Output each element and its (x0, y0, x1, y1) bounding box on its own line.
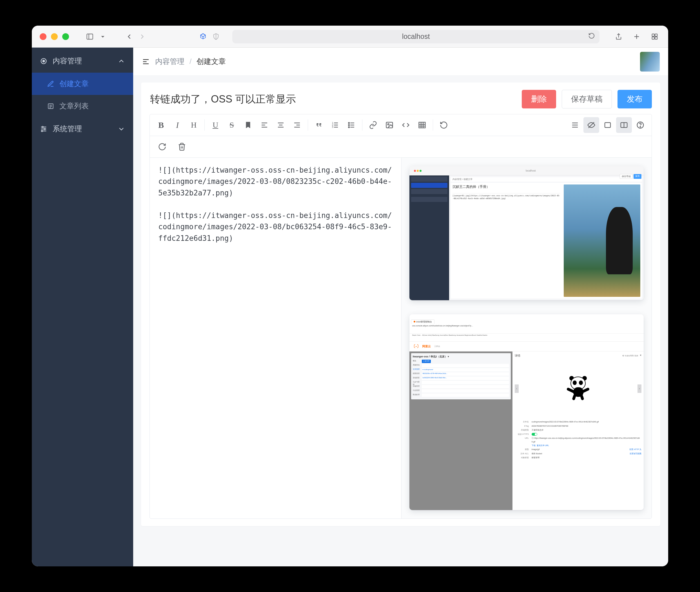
minimize-window-button[interactable] (51, 33, 58, 40)
svg-point-19 (44, 128, 45, 130)
sidebar-item-label: 创建文章 (59, 79, 89, 89)
thumb1-address: localhost (526, 169, 536, 172)
undo-button[interactable] (436, 117, 452, 133)
new-tab-button[interactable] (631, 31, 642, 42)
breadcrumb-root[interactable]: 内容管理 (155, 57, 185, 66)
svg-rect-7 (652, 37, 654, 39)
forward-button[interactable] (137, 31, 148, 42)
svg-point-44 (348, 127, 349, 128)
sidebar-section-label: 系统管理 (53, 124, 82, 134)
align-left-button[interactable] (256, 117, 272, 133)
markdown-editor: B I H U S 123 (150, 114, 652, 519)
chevron-up-icon (117, 57, 125, 65)
svg-point-10 (43, 60, 45, 62)
heading-button[interactable]: H (186, 117, 202, 133)
trash-button[interactable] (174, 139, 190, 155)
help-button[interactable] (633, 117, 648, 133)
link-button[interactable] (365, 117, 381, 133)
address-bar[interactable]: localhost (232, 30, 599, 43)
save-draft-button[interactable]: 保存草稿 (562, 90, 612, 108)
browser-titlebar: localhost (32, 26, 668, 48)
app-sidebar: 内容管理 创建文章 文章列表 系统管理 (32, 48, 133, 566)
topbar: 内容管理 / 创建文章 (133, 48, 668, 76)
thumb1-code: [iwanger01.jpg](https://itwanger-oss.oss… (452, 195, 560, 200)
editor-toolbar: B I H U S 123 (150, 114, 652, 136)
sidebar-section-content[interactable]: 内容管理 (32, 49, 133, 73)
toc-button[interactable] (567, 117, 583, 133)
quote-button[interactable] (311, 117, 327, 133)
redo-button[interactable] (154, 139, 170, 155)
table-button[interactable] (414, 117, 430, 133)
align-right-button[interactable] (289, 117, 305, 133)
bold-button[interactable]: B (153, 117, 169, 133)
sidebar-item-post-list[interactable]: 文章列表 (32, 95, 133, 117)
privacy-shield-icon[interactable] (210, 31, 221, 42)
thumb1-title: 沉默王二真的帅（手滑） (452, 185, 560, 189)
svg-rect-6 (655, 34, 657, 36)
bookmark-button[interactable] (240, 117, 256, 133)
traffic-lights (40, 33, 69, 40)
app-window: localhost 内容管理 (32, 26, 668, 566)
share-button[interactable] (613, 31, 624, 42)
code-button[interactable] (398, 117, 414, 133)
main-area: 内容管理 / 创建文章 删除 保存草稿 发布 B (133, 48, 668, 566)
svg-point-60 (640, 127, 641, 127)
close-window-button[interactable] (40, 33, 46, 40)
underline-button[interactable]: U (207, 117, 223, 133)
svg-rect-47 (419, 122, 426, 128)
list-icon (47, 102, 54, 110)
svg-text:3: 3 (332, 126, 333, 129)
svg-point-20 (41, 130, 43, 132)
sidebar-section-label: 内容管理 (53, 56, 82, 66)
split-view-button[interactable] (616, 117, 632, 133)
address-text: localhost (402, 33, 430, 41)
svg-rect-56 (605, 122, 610, 128)
svg-rect-0 (87, 34, 93, 39)
post-title-input[interactable] (150, 91, 516, 107)
strike-button[interactable]: S (224, 117, 240, 133)
breadcrumb: 内容管理 / 创建文章 (142, 57, 226, 66)
sidebar-toggle-button[interactable] (84, 31, 95, 42)
reload-button[interactable] (588, 33, 595, 41)
svg-rect-8 (655, 37, 657, 39)
sliders-icon (40, 125, 48, 133)
svg-point-43 (348, 125, 349, 126)
sidebar-item-create-post[interactable]: 创建文章 (32, 73, 133, 95)
image-button[interactable] (382, 117, 397, 133)
svg-point-18 (42, 126, 43, 128)
italic-button[interactable]: I (169, 117, 185, 133)
preview-toggle-button[interactable] (584, 117, 599, 133)
editor-card: 删除 保存草稿 发布 B I H U S (141, 83, 660, 526)
fullscreen-window-button[interactable] (62, 33, 69, 40)
fullscreen-button[interactable] (600, 117, 615, 133)
menu-collapse-icon[interactable] (142, 57, 150, 66)
svg-point-42 (348, 122, 349, 124)
markdown-source-pane[interactable]: ![](https://itwanger-oss.oss-cn-beijing.… (150, 158, 402, 519)
user-avatar[interactable] (640, 52, 660, 71)
chevron-down-icon (117, 125, 125, 133)
editor-toolbar-secondary (150, 136, 652, 158)
preview-image-2: OSS管理控制台 oss.console.aliyun.com/bucket/o… (409, 314, 644, 510)
breadcrumb-current: 创建文章 (197, 57, 226, 66)
tabs-overview-button[interactable] (649, 31, 660, 42)
sidebar-section-system[interactable]: 系统管理 (32, 117, 133, 141)
svg-point-46 (388, 124, 389, 125)
breadcrumb-sep: / (190, 57, 192, 66)
edit-icon (47, 80, 54, 88)
publish-button[interactable]: 发布 (617, 90, 652, 108)
sidebar-item-label: 文章列表 (59, 101, 89, 111)
svg-rect-5 (652, 34, 654, 36)
delete-button[interactable]: 删除 (522, 90, 556, 108)
align-center-button[interactable] (273, 117, 289, 133)
markdown-preview-pane: localhost 内容管理 / 创建文章 沉默 (402, 158, 652, 519)
sidebar-dropdown-button[interactable] (97, 31, 108, 42)
back-button[interactable] (123, 31, 135, 42)
extension-icon[interactable] (197, 31, 209, 42)
target-icon (40, 57, 48, 65)
preview-image-1: localhost 内容管理 / 创建文章 沉默 (409, 166, 644, 300)
ordered-list-button[interactable]: 123 (327, 117, 343, 133)
unordered-list-button[interactable] (344, 117, 359, 133)
